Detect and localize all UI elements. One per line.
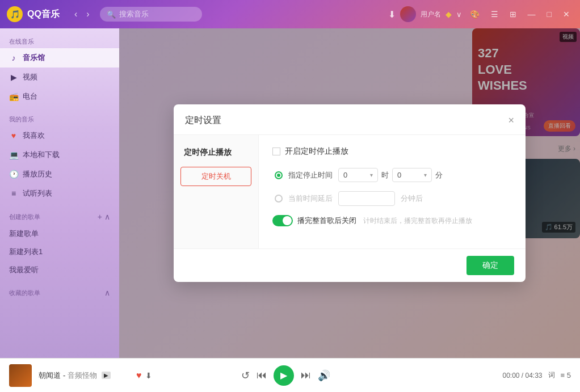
close-button[interactable]: ✕ bbox=[560, 9, 573, 20]
toggle-row: 播完整首歌后关闭 计时结束后，播完整首歌再停止播放 bbox=[272, 215, 512, 226]
app-container: 🎵 QQ音乐 ‹ › 🔍 搜索音乐 ⬇ 用户名 ◆ ∨ 🎨 ☰ ⊞ — □ ✕ bbox=[0, 0, 580, 392]
sidebar-item-trial[interactable]: ≡ 试听列表 bbox=[0, 184, 119, 203]
time-select: 0 ▾ 时 0 ▾ 分 bbox=[338, 168, 443, 182]
search-placeholder: 搜索音乐 bbox=[119, 9, 149, 19]
sidebar-divider-1 bbox=[0, 106, 119, 112]
sidebar-item-label: 视频 bbox=[23, 72, 37, 82]
delay-time-row: 当前时间延后 分钟后 bbox=[272, 191, 512, 206]
specific-time-radio[interactable] bbox=[275, 171, 283, 179]
minutes-input[interactable] bbox=[338, 191, 395, 206]
sidebar-item-label: 试听列表 bbox=[23, 188, 52, 199]
collected-section-title: 收藏的歌单 bbox=[9, 289, 40, 297]
sidebar-section-collected-header: 收藏的歌单 ∧ bbox=[0, 285, 119, 301]
finish-song-toggle[interactable] bbox=[272, 215, 293, 226]
modal-body: 定时停止播放 定时关机 开启定时停止播放 bbox=[174, 135, 526, 248]
delay-time-radio[interactable] bbox=[275, 195, 283, 203]
sidebar-divider-3 bbox=[0, 279, 119, 285]
sidebar-item-local[interactable]: 💻 本地和下载 bbox=[0, 145, 119, 165]
title-bar-right: ⬇ 用户名 ◆ ∨ 🎨 ☰ ⊞ — □ ✕ bbox=[388, 6, 573, 22]
sidebar-item-label: 我喜欢 bbox=[23, 130, 45, 141]
sidebar-item-favorites[interactable]: ♥ 我喜欢 bbox=[0, 126, 119, 145]
enable-timer-checkbox[interactable] bbox=[272, 147, 280, 155]
search-bar[interactable]: 🔍 搜索音乐 bbox=[100, 7, 202, 22]
heart-icon: ♥ bbox=[9, 131, 18, 140]
prev-button[interactable]: ⏮ bbox=[257, 369, 267, 381]
player-bar: 朝闻道 - 音频怪物 ▶ ♥ ⬇ ↺ ⏮ ▶ ⏭ 🔊 00:00 / 04:33 bbox=[0, 358, 580, 392]
logo-icon: 🎵 bbox=[7, 6, 23, 22]
thumbnail-image bbox=[9, 364, 32, 387]
avatar-image bbox=[400, 6, 416, 22]
diamond-icon: ◆ bbox=[445, 10, 452, 19]
collapse-collected-button[interactable]: ∧ bbox=[104, 288, 110, 297]
enable-timer-label: 开启定时停止播放 bbox=[285, 146, 348, 157]
music-hall-icon-active: ♪ bbox=[9, 53, 18, 62]
player-right: 00:00 / 04:33 词 ≡ 5 bbox=[502, 370, 571, 380]
modal-content: 开启定时停止播放 指定停止时间 0 ▾ bbox=[259, 135, 526, 248]
video-indicator: ▶ bbox=[102, 372, 111, 379]
play-icon: ▶ bbox=[280, 370, 287, 381]
playlist-item-list1[interactable]: 新建列表1 bbox=[0, 243, 119, 261]
skin-icon[interactable]: 🎨 bbox=[466, 9, 483, 20]
avatar[interactable] bbox=[400, 6, 416, 22]
content-area: 视频 327LOVEWISHES JJ林俊杰温拿历史宝合宣 直播回看 @JFJ … bbox=[119, 28, 580, 358]
back-button[interactable]: ‹ bbox=[71, 8, 81, 20]
modal-nav-timer-stop[interactable]: 定时停止播放 bbox=[174, 142, 258, 163]
sidebar-section-playlist-header: 创建的歌单 + ∧ bbox=[0, 209, 119, 225]
delay-time-label: 当前时间延后 bbox=[288, 193, 333, 204]
sidebar-divider-2 bbox=[0, 203, 119, 209]
queue-count: 5 bbox=[567, 371, 571, 380]
player-controls: ↺ ⏮ ▶ ⏭ 🔊 bbox=[241, 365, 330, 386]
modal-header: 定时设置 × bbox=[174, 104, 526, 135]
menu-icon[interactable]: ☰ bbox=[487, 9, 502, 20]
queue-button[interactable]: ≡ 5 bbox=[561, 371, 571, 380]
play-button[interactable]: ▶ bbox=[274, 365, 294, 386]
collapse-playlist-button[interactable]: ∧ bbox=[104, 212, 110, 221]
specific-time-label: 指定停止时间 bbox=[288, 170, 333, 180]
like-button[interactable]: ♥ bbox=[136, 370, 142, 381]
confirm-button[interactable]: 确定 bbox=[466, 256, 514, 275]
hour-value: 0 bbox=[343, 171, 347, 179]
minute-dropdown-arrow: ▾ bbox=[424, 172, 427, 178]
download-icon[interactable]: ⬇ bbox=[388, 9, 396, 20]
sidebar-item-video[interactable]: ▶ 视频 bbox=[0, 68, 119, 87]
time-separator: / bbox=[522, 372, 526, 380]
playlist-section-actions: + ∧ bbox=[98, 212, 110, 221]
sidebar: 在线音乐 ♪ 音乐馆 ▶ 视频 📻 电台 我的音乐 ♥ 我喜欢 💻 本 bbox=[0, 28, 119, 358]
hour-dropdown[interactable]: 0 ▾ bbox=[338, 168, 378, 182]
modal-nav-timer-off[interactable]: 定时关机 bbox=[180, 167, 251, 186]
hour-unit: 时 bbox=[381, 170, 389, 180]
enable-timer-row: 开启定时停止播放 bbox=[272, 146, 512, 157]
add-playlist-button[interactable]: + bbox=[98, 212, 102, 221]
volume-button[interactable]: 🔊 bbox=[318, 369, 330, 382]
forward-button[interactable]: › bbox=[83, 8, 93, 20]
playlist-item-new[interactable]: 新建歌单 bbox=[0, 225, 119, 243]
sidebar-item-radio[interactable]: 📻 电台 bbox=[0, 87, 119, 106]
minimize-button[interactable]: — bbox=[524, 9, 539, 20]
minute-dropdown[interactable]: 0 ▾ bbox=[392, 168, 432, 182]
modal-close-button[interactable]: × bbox=[508, 115, 514, 127]
toggle-hint: 计时结束后，播完整首歌再停止播放 bbox=[363, 216, 472, 226]
song-name: 朝闻道 bbox=[39, 370, 61, 381]
sidebar-item-label: 播放历史 bbox=[23, 169, 52, 179]
sidebar-item-label-active: 音乐馆 bbox=[23, 53, 45, 63]
chevron-down-icon[interactable]: ∨ bbox=[456, 10, 462, 19]
title-bar: 🎵 QQ音乐 ‹ › 🔍 搜索音乐 ⬇ 用户名 ◆ ∨ 🎨 ☰ ⊞ — □ ✕ bbox=[0, 0, 580, 28]
sidebar-item-music-hall-active[interactable]: ♪ 音乐馆 bbox=[0, 48, 119, 68]
history-icon: 🕐 bbox=[9, 170, 18, 179]
time-display: 00:00 / 04:33 bbox=[502, 372, 542, 380]
song-artist: 音频怪物 bbox=[68, 370, 97, 381]
repeat-button[interactable]: ↺ bbox=[241, 369, 250, 382]
sidebar-item-history[interactable]: 🕐 播放历史 bbox=[0, 165, 119, 184]
song-separator: - bbox=[63, 371, 65, 380]
time-total: 04:33 bbox=[526, 372, 543, 380]
playlist-item-fav[interactable]: 我最爱听 bbox=[0, 261, 119, 279]
username: 用户名 bbox=[421, 10, 441, 19]
nav-controls: ‹ › bbox=[71, 8, 93, 20]
maximize-button[interactable]: □ bbox=[544, 9, 555, 20]
download-button[interactable]: ⬇ bbox=[145, 371, 152, 380]
modal-title: 定时设置 bbox=[185, 115, 221, 127]
player-thumbnail bbox=[9, 364, 32, 387]
next-button[interactable]: ⏭ bbox=[301, 369, 311, 381]
window-icon[interactable]: ⊞ bbox=[506, 9, 520, 20]
lyric-button[interactable]: 词 bbox=[548, 370, 555, 380]
